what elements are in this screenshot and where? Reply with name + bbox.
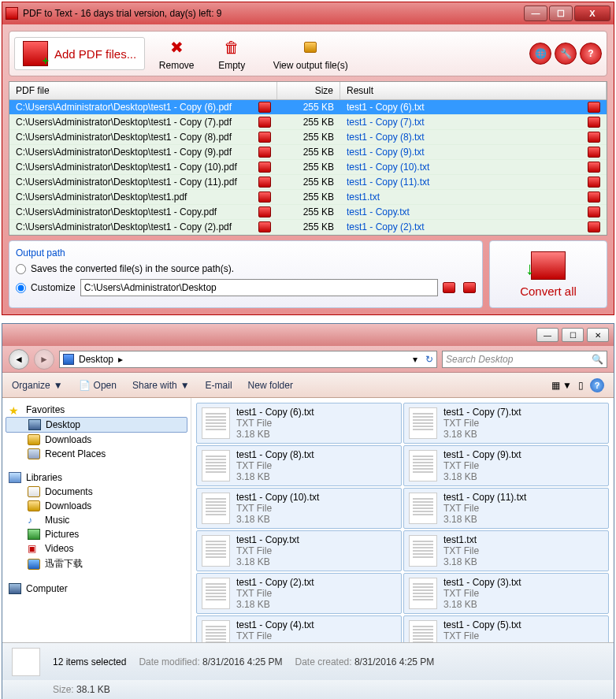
table-row[interactable]: C:\Users\Administrator\Desktop\test1 - C…	[9, 205, 607, 220]
browse-folder-icon[interactable]	[443, 282, 455, 293]
open-result-icon[interactable]	[588, 206, 600, 218]
nav-xunlei[interactable]: 迅雷下载	[6, 556, 187, 572]
nav-pictures[interactable]: Pictures	[6, 527, 187, 541]
address-bar[interactable]: Desktop ▸ ▾ ↻	[59, 351, 437, 368]
open-source-icon[interactable]	[258, 177, 271, 188]
table-row[interactable]: C:\Users\Administrator\Desktop\test1 - C…	[9, 160, 607, 175]
maximize-button[interactable]: ☐	[562, 328, 584, 342]
result-link[interactable]: test1 - Copy (8).txt	[347, 132, 425, 143]
libraries-group[interactable]: Libraries	[6, 470, 187, 485]
open-source-icon[interactable]	[258, 162, 271, 173]
share-menu[interactable]: Share with ▼	[132, 380, 190, 391]
open-result-icon[interactable]	[588, 191, 600, 203]
open-folder-icon[interactable]	[463, 282, 476, 293]
organize-menu[interactable]: Organize ▼	[12, 380, 63, 391]
open-result-icon[interactable]	[588, 132, 600, 143]
titlebar[interactable]: PDF to Text - 16 days trial version, day…	[2, 2, 614, 24]
open-source-icon[interactable]	[258, 117, 271, 128]
open-button[interactable]: 📄Open	[79, 380, 117, 391]
email-button[interactable]: E-mail	[206, 380, 232, 391]
search-icon[interactable]: 🔍	[592, 354, 603, 365]
file-tile[interactable]: test1 - Copy (7).txtTXT File3.18 KB	[403, 403, 609, 444]
nav-videos[interactable]: ▣Videos	[6, 541, 187, 556]
result-link[interactable]: test1.txt	[347, 191, 380, 203]
file-tile[interactable]: test1.txtTXT File3.18 KB	[403, 530, 609, 571]
minimize-button[interactable]: —	[524, 6, 547, 21]
minimize-button[interactable]: —	[536, 328, 558, 342]
file-tile[interactable]: test1 - Copy (2).txtTXT File3.18 KB	[196, 573, 402, 614]
open-result-icon[interactable]	[588, 117, 600, 128]
explorer-titlebar[interactable]: — ☐ ✕	[2, 324, 614, 346]
add-pdf-button[interactable]: Add PDF files...	[14, 37, 145, 70]
result-link[interactable]: test1 - Copy (10).txt	[347, 162, 429, 173]
nav-recent[interactable]: Recent Places	[6, 447, 187, 461]
nav-downloads2[interactable]: Downloads	[6, 499, 187, 513]
breadcrumb-arrow-icon[interactable]: ▸	[118, 354, 123, 365]
col-file[interactable]: PDF file	[9, 82, 277, 99]
open-source-icon[interactable]	[258, 147, 271, 158]
open-result-icon[interactable]	[588, 162, 600, 173]
file-tile[interactable]: test1 - Copy.txtTXT File3.18 KB	[196, 530, 402, 571]
view-output-button[interactable]: View output file(s)	[263, 36, 358, 71]
web-button[interactable]: 🌐	[529, 43, 551, 65]
open-result-icon[interactable]	[588, 102, 600, 113]
file-tile[interactable]: test1 - Copy (6).txtTXT File3.18 KB	[196, 403, 402, 444]
new-folder-button[interactable]: New folder	[248, 380, 293, 391]
file-tile[interactable]: test1 - Copy (5).txtTXT File3.18 KB	[403, 615, 609, 642]
save-source-radio[interactable]	[16, 264, 26, 274]
nav-pane[interactable]: ★Favorites Desktop Downloads Recent Plac…	[2, 398, 191, 642]
result-link[interactable]: test1 - Copy (2).txt	[347, 221, 425, 232]
breadcrumb[interactable]: Desktop	[79, 354, 113, 365]
customize-radio[interactable]	[16, 283, 26, 293]
table-row[interactable]: C:\Users\Administrator\Desktop\test1 - C…	[9, 145, 607, 160]
table-row[interactable]: C:\Users\Administrator\Desktop\test1 - C…	[9, 130, 607, 145]
help-button[interactable]: ?	[580, 43, 602, 65]
address-dropdown-icon[interactable]: ▾	[413, 354, 417, 365]
open-result-icon[interactable]	[588, 177, 600, 188]
preview-pane-icon[interactable]: ▯	[578, 380, 584, 391]
favorites-group[interactable]: ★Favorites	[6, 403, 187, 417]
result-link[interactable]: test1 - Copy (7).txt	[347, 117, 425, 128]
open-source-icon[interactable]	[258, 102, 271, 113]
nav-music[interactable]: ♪Music	[6, 513, 187, 527]
open-source-icon[interactable]	[258, 132, 271, 143]
open-source-icon[interactable]	[258, 191, 271, 203]
open-result-icon[interactable]	[588, 221, 600, 232]
back-button[interactable]: ◄	[9, 349, 29, 370]
result-link[interactable]: test1 - Copy.txt	[347, 206, 410, 218]
table-row[interactable]: C:\Users\Administrator\Desktop\test1 - C…	[9, 115, 607, 130]
content-pane[interactable]: test1 - Copy (6).txtTXT File3.18 KBtest1…	[191, 398, 614, 642]
col-size[interactable]: Size	[277, 82, 340, 99]
refresh-icon[interactable]: ↻	[425, 354, 433, 365]
table-row[interactable]: C:\Users\Administrator\Desktop\test1 - C…	[9, 100, 607, 115]
nav-downloads[interactable]: Downloads	[6, 433, 187, 447]
settings-button[interactable]: 🔧	[555, 43, 577, 65]
result-link[interactable]: test1 - Copy (11).txt	[347, 177, 429, 188]
col-result[interactable]: Result	[340, 82, 607, 99]
forward-button[interactable]: ►	[34, 349, 54, 370]
remove-button[interactable]: ✖ Remove	[153, 36, 200, 71]
close-button[interactable]: X	[574, 6, 610, 21]
file-tile[interactable]: test1 - Copy (8).txtTXT File3.18 KB	[196, 445, 402, 486]
search-box[interactable]: Search Desktop 🔍	[442, 351, 607, 368]
open-source-icon[interactable]	[258, 206, 271, 218]
file-tile[interactable]: test1 - Copy (10).txtTXT File3.18 KB	[196, 488, 402, 529]
open-source-icon[interactable]	[258, 221, 271, 232]
result-link[interactable]: test1 - Copy (9).txt	[347, 147, 425, 158]
computer-group[interactable]: Computer	[6, 582, 187, 596]
maximize-button[interactable]: ☐	[549, 6, 573, 21]
nav-documents[interactable]: Documents	[6, 485, 187, 499]
result-link[interactable]: test1 - Copy (6).txt	[347, 102, 425, 113]
table-row[interactable]: C:\Users\Administrator\Desktop\test1 - C…	[9, 220, 607, 235]
convert-all-button[interactable]: Convert all	[489, 240, 607, 308]
view-menu-icon[interactable]: ▦ ▼	[551, 380, 572, 391]
empty-button[interactable]: 🗑 Empty	[208, 36, 255, 71]
file-tile[interactable]: test1 - Copy (4).txtTXT File3.18 KB	[196, 615, 402, 642]
grid-body[interactable]: C:\Users\Administrator\Desktop\test1 - C…	[9, 100, 607, 235]
close-button[interactable]: ✕	[587, 328, 609, 342]
open-result-icon[interactable]	[588, 147, 600, 158]
file-tile[interactable]: test1 - Copy (11).txtTXT File3.18 KB	[403, 488, 609, 529]
file-tile[interactable]: test1 - Copy (9).txtTXT File3.18 KB	[403, 445, 609, 486]
table-row[interactable]: C:\Users\Administrator\Desktop\test1 - C…	[9, 175, 607, 190]
file-tile[interactable]: test1 - Copy (3).txtTXT File3.18 KB	[403, 573, 609, 614]
